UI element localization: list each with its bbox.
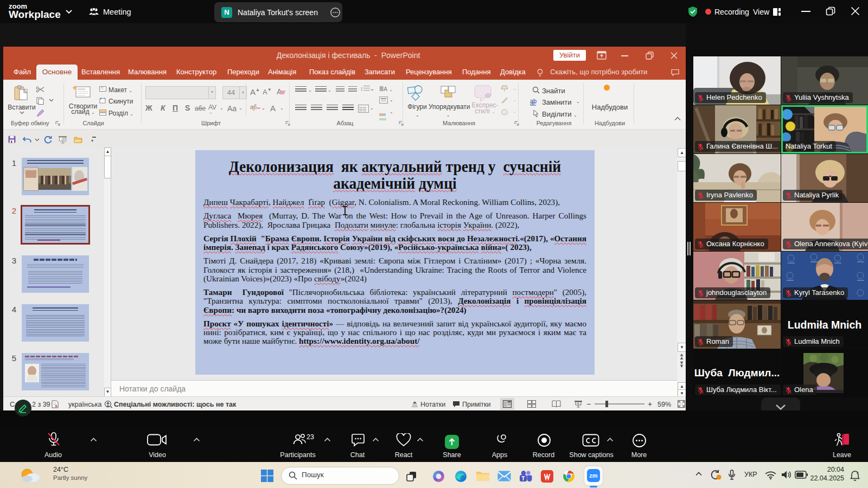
svg-text:z: z bbox=[857, 471, 859, 474]
